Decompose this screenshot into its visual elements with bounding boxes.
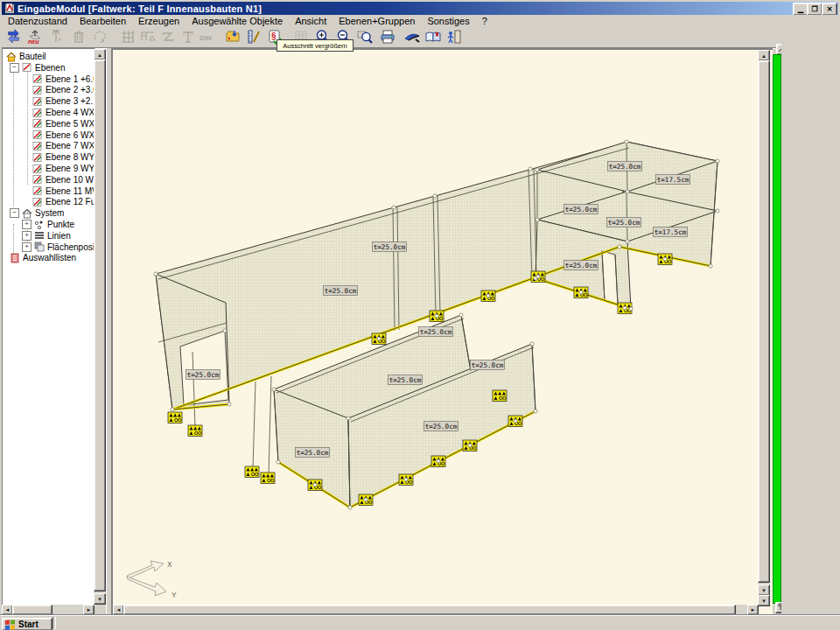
menu-item-ansicht[interactable]: Ansicht [289, 16, 332, 26]
tooltip: Ausschnitt vergrößern [276, 39, 354, 52]
toolbar-bemassung-button[interactable] [243, 27, 263, 46]
viewport-3d[interactable]: t=25.0cmt=17.5cmt=25.0cmt=25.0cmt=17.5cm… [113, 50, 758, 605]
menu-item-bearbeiten[interactable]: Bearbeiten [74, 16, 132, 26]
tree-hscroll-thumb[interactable] [12, 605, 52, 615]
tree-expander-minus[interactable]: − [10, 63, 19, 73]
menu-item-ebenen-gruppen[interactable]: Ebenen+Gruppen [332, 16, 421, 26]
tree-item-punkte[interactable]: +Punkte [22, 219, 74, 230]
axis-x-label: X [167, 560, 172, 569]
tree-vscroll-thumb[interactable] [94, 60, 106, 592]
toolbar-datenzustand-wechseln-button[interactable] [4, 27, 24, 46]
openbook-icon [424, 28, 442, 46]
tree-horizontal-scrollbar[interactable]: ◄ ► [2, 605, 94, 614]
tree-item-bauteil[interactable]: Bauteil [6, 51, 46, 62]
tree-item-ebene-1-6-0m[interactable]: Ebene 1 +6.0m [22, 74, 95, 85]
canvas-hscroll-thumb[interactable] [123, 605, 736, 615]
toolbar-z-profil-button [158, 27, 178, 46]
tree-item-ebene-2-3-0m[interactable]: Ebene 2 +3.0m [22, 84, 95, 95]
tree-item-ebenen[interactable]: −Ebenen [10, 62, 65, 74]
scroll-down-arrow[interactable]: ▼ [758, 595, 770, 606]
axes-indicator: X Y [127, 560, 177, 599]
toolbar-beenden-button[interactable] [444, 27, 464, 46]
model-tree-panel: Bauteil−EbenenEbene 1 +6.0mEbene 2 +3.0m… [2, 48, 95, 606]
tree-item-label: Ebene 12 Funda [46, 197, 95, 206]
tree-item-label: Ebene 6 WX3 [46, 130, 95, 140]
tree-item-ebene-12-funda[interactable]: Ebene 12 Funda [22, 196, 95, 207]
menu-item-erzeugen[interactable]: Erzeugen [132, 16, 186, 26]
tree-expander-plus[interactable]: + [22, 220, 32, 229]
menu-item--[interactable]: ? [476, 16, 494, 26]
plane-sheet-icon [32, 108, 43, 118]
tree-item-linien[interactable]: +Linien [22, 230, 71, 242]
trash-icon [70, 28, 88, 46]
window-title: EingabeModul [Faltwerk: Teil F Innenausb… [18, 4, 262, 14]
tprofil-icon [179, 28, 197, 46]
table-icon [139, 28, 157, 46]
app-icon [5, 4, 16, 14]
house-outline-icon [22, 208, 32, 219]
tree-item-ebene-5-wx2[interactable]: Ebene 5 WX2 [22, 118, 95, 130]
toolbar-loeschen-button [68, 27, 88, 46]
tree-item-label: Ebene 7 WX4 [46, 141, 95, 150]
printer-icon [379, 28, 396, 46]
undo-icon [91, 28, 108, 46]
toolbar-drucken-button[interactable] [377, 27, 397, 46]
svg-text:neu: neu [28, 38, 39, 45]
close-button[interactable]: ✕ [822, 3, 837, 16]
toolbar-darstellung-button[interactable] [402, 27, 422, 46]
tree-expander-plus[interactable]: + [22, 231, 32, 241]
tree-item-ebene-8-wy1[interactable]: Ebene 8 WY1 [22, 151, 95, 163]
support-symbol [168, 412, 182, 424]
tree-item-flächenposition[interactable]: +Flächenposition [22, 242, 95, 253]
maximize-button[interactable]: ❐ [807, 3, 822, 16]
scroll-down-arrow[interactable]: ▼ [94, 593, 106, 605]
tree-vertical-scrollbar[interactable]: ▲ ▼ [94, 49, 105, 604]
thickness-label: t=25.0cm [608, 162, 642, 172]
toolbar-neu-button[interactable]: neu [24, 27, 45, 46]
menu-item-sonstiges[interactable]: Sonstiges [421, 16, 475, 26]
canvas-vscroll-thumb[interactable] [758, 60, 770, 583]
svg-text:t=17.5cm: t=17.5cm [657, 176, 690, 184]
tree-item-label: Flächenposition [47, 242, 95, 252]
thickness-label: t=25.0cm [324, 286, 358, 296]
start-button[interactable]: Start [2, 618, 52, 630]
plane-sheet-icon [32, 141, 43, 151]
tree-item-label: Ebene 11 MW1 [46, 186, 95, 196]
tree-item-label: System [35, 208, 64, 218]
toolbar-zoom-fenster-button[interactable] [354, 27, 374, 46]
toolbar-tabelle-button [137, 27, 158, 46]
toolbar-import-button[interactable] [222, 27, 242, 46]
tree-item-ebene-7-wx4[interactable]: Ebene 7 WX4 [22, 140, 95, 151]
tree-item-auswahllisten[interactable]: Auswahllisten [10, 252, 76, 263]
thickness-label: t=17.5cm [654, 228, 688, 237]
menu-item-ausgew-hlte-objekte[interactable]: Ausgewählte Objekte [186, 16, 289, 26]
menu-bar: DatenzustandBearbeitenErzeugenAusgewählt… [2, 15, 838, 26]
tree-item-ebene-3-2-70[interactable]: Ebene 3 +2.70 [22, 95, 95, 107]
canvas-horizontal-scrollbar[interactable]: ◄ ► [113, 605, 758, 614]
tree-item-ebene-9-wy2[interactable]: Ebene 9 WY2 [22, 163, 95, 174]
toolbar-handbuch-button[interactable] [423, 27, 443, 46]
scroll-right-arrow[interactable]: ► [747, 605, 759, 615]
plane-sheet-icon [32, 74, 43, 84]
tree-item-ebene-11-mw1[interactable]: Ebene 11 MW1 [22, 186, 95, 197]
gridhash-icon [119, 28, 136, 46]
tree-expander-minus[interactable]: − [10, 208, 19, 218]
exitdoor-icon [445, 28, 463, 46]
toolbar-raster-button [117, 27, 137, 46]
tree-item-ebene-10-wy3[interactable]: Ebene 10 WY3 [22, 174, 95, 186]
tree-item-system[interactable]: −System [10, 207, 64, 219]
tree-item-label: Ebenen [35, 63, 65, 73]
canvas-vertical-scrollbar[interactable]: ▲ ▼ ▼ [758, 50, 769, 605]
plane-sheet-icon [32, 118, 43, 129]
tree-expander-plus[interactable]: + [22, 242, 32, 252]
svg-text:t=25.0cm: t=25.0cm [325, 287, 357, 295]
din-icon: DIN [199, 28, 218, 46]
tree-item-ebene-6-wx3[interactable]: Ebene 6 WX3 [22, 130, 95, 141]
tree-item-ebene-4-wx1[interactable]: Ebene 4 WX1 [22, 107, 95, 118]
thickness-label: t=25.0cm [373, 242, 407, 252]
tree-item-label: Auswahllisten [23, 253, 76, 262]
menu-item-datenzustand[interactable]: Datenzustand [2, 16, 74, 26]
scroll-right-arrow[interactable]: ► [83, 605, 94, 615]
support-symbol [261, 472, 275, 484]
thickness-label: t=25.0cm [607, 218, 641, 228]
